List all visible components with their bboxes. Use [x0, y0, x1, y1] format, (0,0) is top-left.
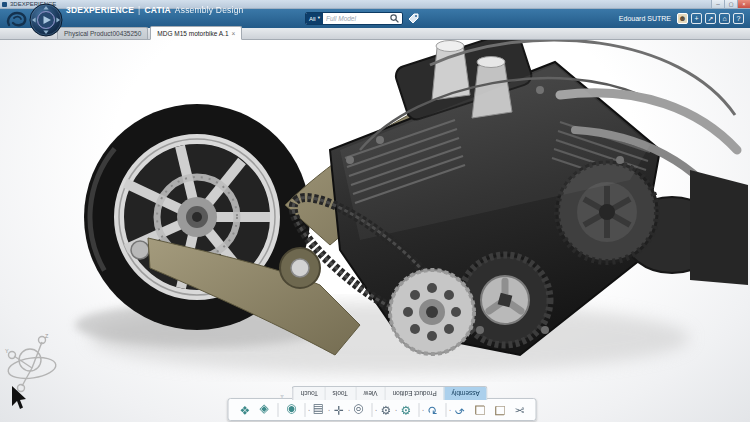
3d-viewport[interactable]: Z Y X ▿ Touch Tools [0, 40, 750, 422]
view-axis-robot[interactable]: Z Y X [5, 333, 57, 395]
tool-explore[interactable]: ◉ [282, 400, 302, 419]
close-button[interactable]: × [737, 0, 750, 8]
tag-icon[interactable] [407, 12, 421, 26]
chevron-down-icon: ▾ [318, 16, 320, 21]
tool-specification-tree[interactable]: ▤ [309, 400, 329, 419]
brand-text: 3DEXPERIENCE [66, 5, 134, 15]
title-divider: | [138, 5, 140, 15]
tool-sep-1 [278, 403, 279, 417]
document-tabs: Physical Product00435250 MDG M15 motorbi… [57, 26, 244, 39]
catia-3dexperience-window: 3DEXPERIENCE ─ ▢ × 3DEXPERIENCE | CATIA [0, 0, 750, 422]
app-name: CATIA [144, 5, 170, 15]
action-bar-sections: ▿ Touch Tools View Produc [277, 386, 488, 400]
search-input[interactable] [323, 13, 387, 24]
action-bar-tools: ❖ ◈ ◉ ▤ [228, 398, 537, 421]
window-app-icon [2, 2, 7, 7]
app-title: 3DEXPERIENCE | CATIA Assembly Design [66, 0, 244, 19]
tool-sep-4 [419, 403, 420, 417]
motorbike-3d-model[interactable]: Z Y X [0, 40, 750, 422]
header-action-add[interactable]: + [691, 13, 702, 24]
tool-update[interactable]: ↻ [423, 400, 443, 419]
minimize-button[interactable]: ─ [711, 0, 724, 8]
3dexperience-compass-icon[interactable] [29, 3, 63, 37]
search-icon[interactable] [390, 14, 399, 23]
tool-cut[interactable]: ✂ [510, 400, 530, 419]
header-actions: + ↗ ⌂ ? [691, 13, 744, 24]
axis-y-label: Y [5, 348, 9, 354]
dassault-systemes-logo-icon [5, 10, 29, 28]
user-zone: Edouard SUTRE ☻ + ↗ ⌂ ? [619, 12, 744, 25]
section-tab-view[interactable]: View [355, 387, 384, 400]
user-avatar[interactable]: ☻ [677, 13, 688, 24]
tool-undo[interactable]: ↶ [450, 400, 470, 419]
document-tab-bar: Physical Product00435250 MDG M15 motorbi… [0, 28, 750, 40]
doc-tab-physical-product[interactable]: Physical Product00435250 [57, 27, 148, 39]
tool-copy[interactable]: ❐ [490, 400, 510, 419]
workbench-name: Assembly Design [175, 5, 244, 15]
tab-close-icon[interactable]: × [232, 30, 236, 37]
tool-engineering-connection[interactable]: ⚙ [396, 400, 416, 419]
tool-axis-system[interactable]: ✛ [329, 400, 349, 419]
maximize-button[interactable]: ▢ [724, 0, 737, 8]
search-scope-value: All [309, 16, 316, 22]
search-bar: All ▾ [305, 12, 421, 25]
tool-new-part[interactable]: ❖ [235, 400, 255, 419]
axis-z-label: Z [45, 333, 49, 339]
section-tab-product-edition[interactable]: Product Edition [384, 387, 443, 400]
section-tab-tools[interactable]: Tools [325, 387, 355, 400]
header-action-help[interactable]: ? [733, 13, 744, 24]
action-bar-collapse-icon[interactable]: ▿ [277, 390, 288, 400]
tool-sep-2 [305, 403, 306, 417]
header-action-share[interactable]: ↗ [705, 13, 716, 24]
tool-sphere-select[interactable]: ◎ [349, 400, 369, 419]
header-action-home[interactable]: ⌂ [719, 13, 730, 24]
user-name: Edouard SUTRE [619, 15, 671, 22]
tool-insert-existing-product[interactable]: ◈ [255, 400, 275, 419]
tool-paste[interactable]: ❏ [470, 400, 490, 419]
section-tab-assembly[interactable]: Assembly [443, 387, 486, 400]
tool-sep-5 [446, 403, 447, 417]
search-scope-dropdown[interactable]: All ▾ [306, 12, 323, 25]
doc-tab-mdg-m15-motorbike[interactable]: MDG M15 motorbike A.1 × [150, 26, 242, 40]
section-tab-touch[interactable]: Touch [293, 387, 325, 400]
tool-sep-3 [372, 403, 373, 417]
tool-kinematics-gears[interactable]: ⚙ [376, 400, 396, 419]
